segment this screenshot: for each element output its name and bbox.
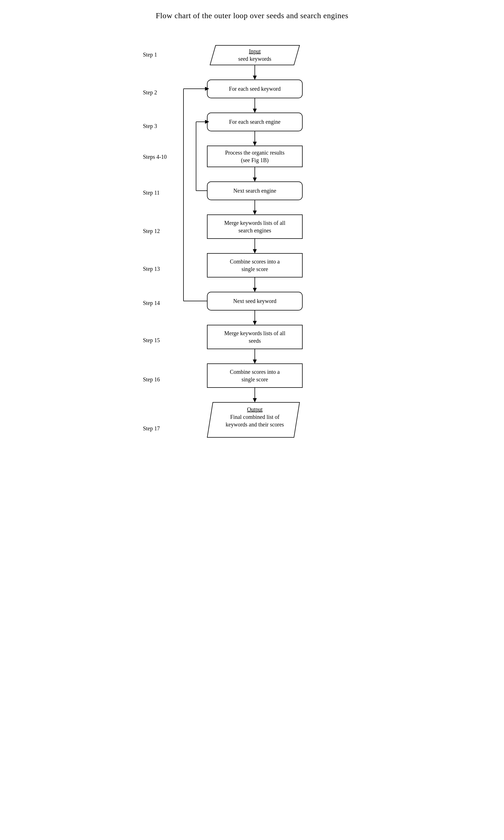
arrowhead-step11-step12	[253, 210, 257, 215]
step3-text: For each search engine	[229, 119, 281, 125]
step1-text-seed: seed keywords	[238, 56, 272, 62]
step15-text1: Merge keywords lists of all	[224, 330, 286, 337]
arrowhead-step12-step13	[253, 249, 257, 253]
step13-text1: Combine scores into a	[230, 258, 280, 264]
step17-label: Step 17	[143, 425, 160, 432]
page-title: Flow chart of the outer loop over seeds …	[156, 11, 348, 20]
step1-text-input: Input	[249, 48, 261, 55]
arrowhead-step13-step14	[253, 288, 257, 292]
step16-label: Step 16	[143, 376, 160, 383]
step13-label: Step 13	[143, 266, 160, 272]
step4-10-label: Steps 4-10	[143, 154, 167, 160]
step12-label: Step 12	[143, 228, 160, 234]
step13-node	[207, 253, 302, 277]
arrowhead-step4-step11	[253, 177, 257, 182]
step11-label: Step 11	[143, 190, 160, 196]
step4-10-text1: Process the organic results	[225, 150, 285, 156]
step16-text2: single score	[242, 376, 268, 383]
step13-text2: single score	[242, 266, 268, 272]
step1-label: Step 1	[143, 52, 157, 58]
step16-text1: Combine scores into a	[230, 369, 280, 375]
step4-10-text2: (see Fig 1B)	[241, 157, 269, 164]
step2-text: For each seed keyword	[229, 86, 281, 92]
step17-text2: keywords and their scores	[226, 422, 284, 428]
step17-text-output: Output	[247, 406, 263, 413]
page: Flow chart of the outer loop over seeds …	[126, 11, 378, 832]
step12-node	[207, 215, 302, 239]
arrowhead-step3-step4	[253, 142, 257, 146]
step15-label: Step 15	[143, 337, 160, 344]
step11-text: Next search engine	[233, 188, 276, 194]
arrowhead-step14-step15	[253, 321, 257, 325]
arrowhead-step2-step3	[253, 109, 257, 113]
arrowhead-step16-step17	[253, 398, 257, 402]
step12-text1: Merge keywords lists of all	[224, 220, 286, 226]
step3-label: Step 3	[143, 123, 157, 130]
step14-label: Step 14	[143, 300, 160, 306]
arrowhead-step1-step2	[253, 75, 257, 80]
step16-node	[207, 364, 302, 388]
step2-label: Step 2	[143, 89, 157, 96]
step15-node	[207, 325, 302, 349]
step4-10-node	[207, 146, 302, 167]
step15-text2: seeds	[249, 338, 261, 344]
step17-text1: Final combined list of	[230, 414, 280, 420]
arrowhead-step15-step16	[253, 360, 257, 364]
step12-text2: search engines	[238, 227, 271, 234]
flowchart-svg: Step 1 Input seed keywords Step 2 For ea…	[140, 34, 364, 832]
step14-text: Next seed keyword	[233, 298, 276, 304]
